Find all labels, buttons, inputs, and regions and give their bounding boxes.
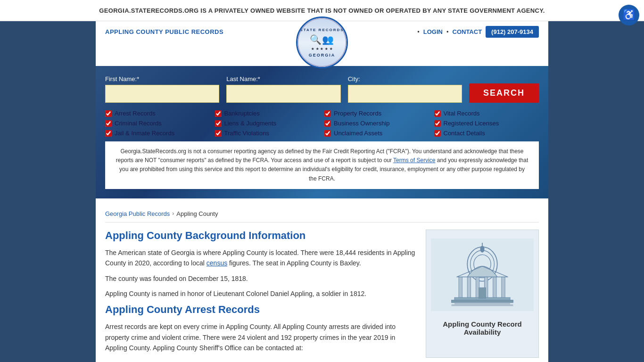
site-header: APPLING COUNTY PUBLIC RECORDS STATE RECO… xyxy=(96,21,548,42)
svg-rect-14 xyxy=(454,303,510,304)
first-name-label: First Name:* xyxy=(105,75,219,82)
census-link[interactable]: census xyxy=(206,259,227,267)
checkbox-input[interactable] xyxy=(215,130,222,137)
logo-stars: ★ ★ ★ ★ ★ xyxy=(311,47,333,51)
last-name-label: Last Name:* xyxy=(226,75,340,82)
accessibility-button[interactable]: ♿ xyxy=(619,5,639,25)
content-main: Appling County Background Information Th… xyxy=(105,230,416,358)
checkbox-label: Vital Records xyxy=(444,110,480,117)
nav-dot-1: • xyxy=(417,28,420,35)
svg-rect-15 xyxy=(452,304,513,306)
city-label: City: xyxy=(348,75,462,82)
city-group: City: xyxy=(348,75,462,103)
checkbox-label: Property Records xyxy=(334,110,381,117)
disclaimer-box: Georgia.StateRecords.org is not a consum… xyxy=(105,141,539,189)
checkbox-input[interactable] xyxy=(434,120,441,127)
last-name-input[interactable] xyxy=(226,85,340,103)
nav-right: • LOGIN • CONTACT (912) 207-9134 xyxy=(417,26,539,38)
svg-point-4 xyxy=(480,246,484,253)
checkbox-item[interactable]: Liens & Judgments xyxy=(215,120,320,127)
checkbox-input[interactable] xyxy=(434,110,441,117)
checkbox-input[interactable] xyxy=(324,120,331,127)
logo-bottom-text: GEORGIA xyxy=(309,53,336,58)
main-section-title: Appling County Background Information xyxy=(105,230,416,242)
checkbox-label: Traffic Violations xyxy=(224,130,269,137)
checkbox-label: Jail & Inmate Records xyxy=(115,130,174,137)
checkbox-item[interactable]: Registered Licenses xyxy=(434,120,539,127)
svg-rect-17 xyxy=(479,288,486,298)
breadcrumb-current: Appling County xyxy=(176,210,218,217)
checkbox-input[interactable] xyxy=(105,120,112,127)
checkbox-label: Business Ownership xyxy=(334,120,390,127)
logo-icons: 🔍👥 xyxy=(310,34,334,45)
svg-rect-13 xyxy=(452,300,513,302)
breadcrumb-parent-link[interactable]: Georgia Public Records xyxy=(105,210,170,217)
checkboxes-grid: Arrest Records Bankruptcies Property Rec… xyxy=(105,110,539,137)
checkbox-input[interactable] xyxy=(105,110,112,117)
checkbox-item[interactable]: Property Records xyxy=(324,110,429,117)
svg-rect-11 xyxy=(502,277,505,298)
logo-top-text: STATE RECORDS xyxy=(300,28,344,32)
checkbox-item[interactable]: Criminal Records xyxy=(105,120,210,127)
checkbox-item[interactable]: Arrest Records xyxy=(105,110,210,117)
disclaimer-text: Georgia.StateRecords.org is not a consum… xyxy=(116,148,528,182)
site-title: APPLING COUNTY PUBLIC RECORDS xyxy=(105,28,223,35)
breadcrumb: Georgia Public Records › Appling County xyxy=(105,206,539,222)
first-name-group: First Name:* xyxy=(105,75,219,103)
search-section: First Name:* Last Name:* City: SEARCH Ar… xyxy=(96,66,548,198)
svg-rect-7 xyxy=(467,277,471,298)
checkbox-input[interactable] xyxy=(324,130,331,137)
content-paragraph-2: The county was founded on December 15, 1… xyxy=(105,273,416,284)
checkbox-item[interactable]: Vital Records xyxy=(434,110,539,117)
checkbox-label: Contact Details xyxy=(444,130,485,137)
search-button[interactable]: SEARCH xyxy=(469,83,539,103)
logo: STATE RECORDS 🔍👥 ★ ★ ★ ★ ★ GEORGIA xyxy=(296,16,348,68)
checkbox-item[interactable]: Traffic Violations xyxy=(215,130,320,137)
nav-login-link[interactable]: LOGIN xyxy=(423,28,443,35)
content-paragraph-1: The American state of Georgia is where A… xyxy=(105,247,416,269)
checkbox-input[interactable] xyxy=(324,110,331,117)
checkbox-label: Bankruptcies xyxy=(224,110,260,117)
checkbox-item[interactable]: Bankruptcies xyxy=(215,110,320,117)
svg-rect-6 xyxy=(459,277,462,298)
nav-phone-link[interactable]: (912) 207-9134 xyxy=(486,26,539,38)
search-fields: First Name:* Last Name:* City: SEARCH xyxy=(105,75,539,103)
breadcrumb-separator: › xyxy=(172,210,174,217)
checkbox-label: Unclaimed Assets xyxy=(334,130,382,137)
checkbox-item[interactable]: Jail & Inmate Records xyxy=(105,130,210,137)
sidebar-card: Appling County Record Availability xyxy=(426,230,539,358)
content-paragraph-3: Appling County is named in honor of Lieu… xyxy=(105,288,416,299)
checkbox-input[interactable] xyxy=(434,130,441,137)
sidebar-caption: Appling County Record Availability xyxy=(431,320,534,336)
checkbox-item[interactable]: Contact Details xyxy=(434,130,539,137)
checkbox-item[interactable]: Business Ownership xyxy=(324,120,429,127)
city-input[interactable] xyxy=(348,85,462,103)
first-name-input[interactable] xyxy=(105,85,219,103)
nav-contact-link[interactable]: CONTACT xyxy=(453,28,482,35)
content-area: Georgia Public Records › Appling County … xyxy=(96,198,548,362)
arrest-section-title: Appling County Arrest Records xyxy=(105,304,416,316)
checkbox-label: Liens & Judgments xyxy=(224,120,277,127)
checkbox-item[interactable]: Unclaimed Assets xyxy=(324,130,429,137)
checkbox-label: Criminal Records xyxy=(115,120,162,127)
last-name-group: Last Name:* xyxy=(226,75,340,103)
nav-dot-2: • xyxy=(446,28,449,35)
checkbox-input[interactable] xyxy=(215,120,222,127)
content-layout: Appling County Background Information Th… xyxy=(105,230,539,358)
checkbox-input[interactable] xyxy=(215,110,222,117)
arrest-paragraph: Arrest records are kept on every crime i… xyxy=(105,321,416,353)
banner-text: GEORGIA.STATERECORDS.ORG IS A PRIVATELY … xyxy=(99,7,545,14)
checkbox-input[interactable] xyxy=(105,130,112,137)
building-illustration xyxy=(431,235,534,315)
checkbox-label: Arrest Records xyxy=(115,110,156,117)
accessibility-icon: ♿ xyxy=(623,9,636,21)
svg-rect-10 xyxy=(493,277,496,298)
terms-link[interactable]: Terms of Service xyxy=(393,157,435,164)
checkbox-label: Registered Licenses xyxy=(444,120,499,127)
